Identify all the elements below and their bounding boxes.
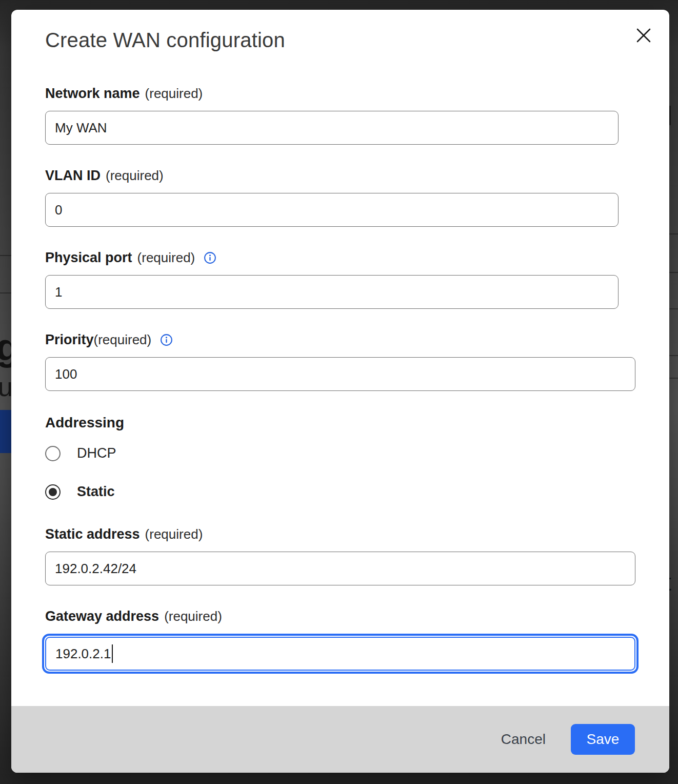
static-address-input[interactable]	[45, 552, 635, 585]
addressing-heading: Addressing	[45, 414, 647, 432]
gateway-address-focus-ring: 192.0.2.1	[42, 634, 639, 674]
physical-port-input[interactable]	[45, 275, 619, 309]
cancel-button[interactable]: Cancel	[501, 731, 546, 748]
radio-button-static-selected[interactable]	[45, 484, 61, 500]
close-button[interactable]	[632, 24, 655, 47]
addressing-option-dhcp[interactable]: DHCP	[45, 445, 647, 461]
vlan-id-input[interactable]	[45, 193, 619, 227]
save-button[interactable]: Save	[571, 724, 635, 755]
physical-port-info-button[interactable]	[204, 251, 216, 264]
close-icon	[634, 26, 653, 45]
backdrop-row-divider	[669, 378, 678, 379]
info-icon	[160, 334, 173, 346]
priority-info-button[interactable]	[160, 334, 173, 346]
gateway-address-input[interactable]: 192.0.2.1	[45, 637, 635, 671]
network-name-input[interactable]	[45, 111, 619, 145]
vlan-id-label: VLAN ID (required)	[45, 167, 647, 184]
dialog-footer: Cancel Save	[11, 706, 669, 773]
radio-button-dhcp[interactable]	[45, 446, 61, 461]
text-cursor	[112, 644, 113, 663]
backdrop-row-divider	[0, 292, 11, 293]
priority-input[interactable]	[45, 357, 635, 391]
network-name-label: Network name (required)	[45, 85, 647, 102]
dialog-title: Create WAN configuration	[45, 29, 647, 52]
gateway-address-label: Gateway address (required)	[45, 607, 647, 625]
backdrop-row-divider	[0, 255, 11, 256]
backdrop-row-divider	[669, 272, 678, 273]
physical-port-label: Physical port (required)	[45, 249, 647, 266]
dialog-body: Create WAN configuration Network name (r…	[11, 10, 669, 706]
addressing-option-static[interactable]: Static	[45, 484, 647, 500]
radio-label-static: Static	[77, 484, 115, 500]
backdrop-row-divider	[669, 233, 678, 234]
backdrop-row-divider	[669, 308, 678, 309]
gateway-address-value: 192.0.2.1	[55, 646, 111, 662]
info-icon	[204, 251, 216, 264]
static-address-label: Static address (required)	[45, 525, 647, 543]
backdrop-row-divider	[669, 355, 678, 356]
radio-label-dhcp: DHCP	[77, 445, 116, 461]
priority-label: Priority (required)	[45, 331, 647, 348]
create-wan-configuration-dialog: Create WAN configuration Network name (r…	[11, 10, 669, 773]
